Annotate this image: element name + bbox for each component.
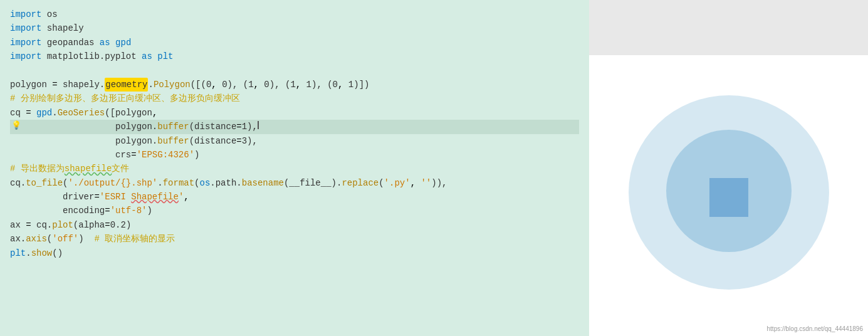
code-line-12: # 导出数据为shapefile文件 xyxy=(10,162,579,176)
bulb-icon: 💡 xyxy=(11,120,21,133)
watermark-text: https://blog.csdn.net/qq_44441896 xyxy=(767,325,863,332)
keyword-import: import xyxy=(10,8,41,21)
geometry-highlight: geometry xyxy=(105,78,148,92)
inner-polygon-square xyxy=(709,178,748,217)
code-line-15: encoding='utf-8') xyxy=(10,204,579,218)
module-os: os xyxy=(47,8,58,21)
code-line-1: import os xyxy=(10,8,579,21)
code-panel: import os import shapely import geopanda… xyxy=(0,0,589,336)
code-line-3: import geopandas as gpd xyxy=(10,36,579,50)
code-line-7: # 分别绘制多边形、多边形正向缓冲区、多边形负向缓冲区 xyxy=(10,92,579,105)
code-line-10: polygon.buffer(distance=3), xyxy=(10,134,579,148)
code-line-8: cq = gpd.GeoSeries([polygon, xyxy=(10,106,579,120)
code-line-5 xyxy=(10,64,579,78)
code-line-11: crs='EPSG:4326') xyxy=(10,148,579,162)
code-line-14: driver='ESRI Shapefile', xyxy=(10,190,579,204)
code-line-4: import matplotlib.pyplot as plt xyxy=(10,50,579,63)
code-line-9: 💡 polygon.buffer(distance=1), xyxy=(10,120,579,134)
top-right-area xyxy=(589,0,868,55)
code-line-13: cq.to_file('./output/{}.shp'.format(os.p… xyxy=(10,176,579,190)
right-panel: https://blog.csdn.net/qq_44441896 xyxy=(589,0,868,336)
cursor xyxy=(258,121,259,129)
code-line-16: ax = cq.plot(alpha=0.2) xyxy=(10,218,579,232)
code-line-6: polygon = shapely.geometry.Polygon([(0, … xyxy=(10,78,579,92)
code-line-2: import shapely xyxy=(10,21,579,35)
code-line-18: plt.show() xyxy=(10,246,579,260)
code-line-17: ax.axis('off') # 取消坐标轴的显示 xyxy=(10,232,579,246)
matplotlib-visualization xyxy=(616,89,842,302)
visualization-panel: https://blog.csdn.net/qq_44441896 xyxy=(589,55,868,336)
